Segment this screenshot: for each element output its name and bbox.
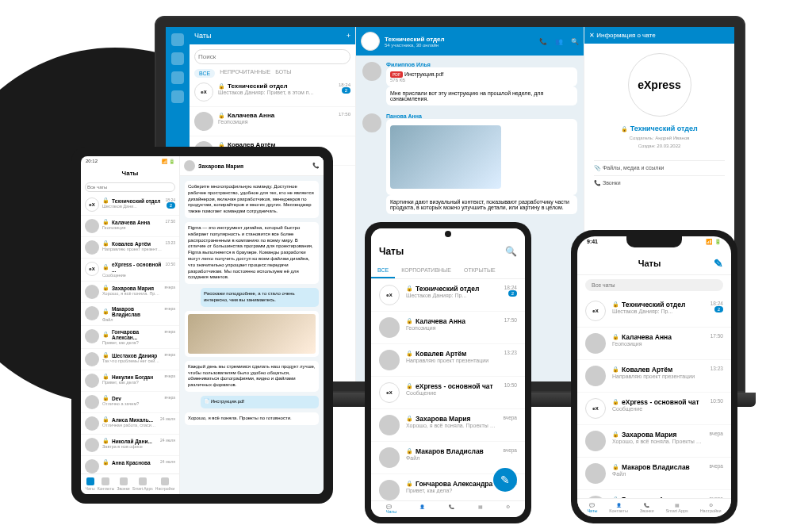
avatar: [379, 350, 400, 370]
nav-apps[interactable]: Smart Apps: [132, 477, 153, 491]
conv-avatar: [184, 160, 195, 171]
file-attachment[interactable]: PDF Инструкция.pdf 576 КБ: [386, 67, 577, 86]
chat-item[interactable]: eX 🔒eXpress - основной чатСообщение 10:5…: [371, 377, 525, 409]
avatar: [85, 395, 99, 409]
conv-name: Захарова Мария: [198, 163, 243, 169]
avatar: eX: [379, 382, 400, 403]
conversation-subtitle: 54 участника, 30 онлайн: [385, 43, 445, 48]
chat-item[interactable]: 🔒Ковалев АртёмНаправляю проект презентац…: [371, 344, 525, 377]
avatar: [85, 352, 99, 366]
chat-item[interactable]: eX 🔒Технический отделШестаков Данияр: Пр…: [190, 78, 355, 107]
rail-icon[interactable]: [171, 90, 184, 103]
file-attachment[interactable]: 📄 Инструкция.pdf: [201, 396, 319, 408]
nav-calls[interactable]: Звонки: [117, 477, 129, 491]
filter-tabs: ВСЕ НЕПРОЧИТАННЫЕ БОТЫ: [190, 69, 355, 78]
nav-calls[interactable]: 📞Звонки: [640, 503, 654, 513]
nav-settings[interactable]: ⚙: [506, 504, 510, 514]
call-icon[interactable]: 📞: [539, 38, 547, 45]
chat-item[interactable]: 🔒Николай Дани...Завтра в нов офисе 24 ию…: [81, 435, 179, 456]
nav-apps[interactable]: ▦Smart Apps: [665, 503, 688, 513]
avatar: [85, 219, 99, 233]
chat-item[interactable]: eX 🔒Технический отделШестаков Данияр: Пр…: [577, 295, 731, 328]
nav-settings[interactable]: ⚙Настройки: [700, 503, 722, 513]
status-icons: 📶 🔋: [162, 159, 174, 164]
chat-item[interactable]: 🔒Гончарова Алексан...Привет, как дела? в…: [81, 326, 179, 349]
search-input[interactable]: [194, 49, 350, 64]
search-icon[interactable]: 🔍: [571, 38, 579, 45]
nav-chats[interactable]: 💬Чаты: [587, 503, 597, 513]
nav-contacts[interactable]: Контакты: [98, 477, 115, 491]
search-input[interactable]: [85, 182, 175, 192]
chat-item[interactable]: eX 🔒Технический отделШестаков Дани... 18…: [81, 194, 179, 216]
nav-contacts[interactable]: 👤Контакты: [609, 503, 628, 513]
msg-sender: Панова Анна: [386, 113, 577, 119]
call-icon[interactable]: 📞: [312, 163, 320, 169]
avatar: [379, 480, 400, 500]
tab-bots[interactable]: БОТЫ: [275, 69, 291, 78]
chat-item[interactable]: 🔒DevОтлично а зачем? вчера: [81, 392, 179, 413]
rail-icon[interactable]: [171, 33, 184, 46]
lock-icon: 🔒: [621, 126, 628, 132]
message-image[interactable]: [185, 311, 319, 357]
tab-corp[interactable]: КОРПОРАТИВНЫЕ: [395, 263, 458, 278]
nav-contacts[interactable]: 👤: [419, 504, 425, 514]
add-icon[interactable]: +: [347, 32, 350, 40]
files-link[interactable]: 📎 Файлы, медиа и ссылки: [594, 160, 725, 175]
message-text: Картинки дают визуальный контекст, показ…: [386, 195, 577, 214]
rail-icon[interactable]: [171, 71, 184, 84]
chat-item[interactable]: 🔒Ковалев АртёмНаправляю проект презентац…: [81, 237, 179, 259]
message: Хорошо, я всё поняла. Проекты по готовно…: [185, 412, 319, 425]
avatar: [194, 112, 213, 131]
tab-all[interactable]: ВСЕ: [194, 69, 215, 78]
chat-item[interactable]: 🔒Алиса Михаль...Отличная работа, спасибо…: [81, 413, 179, 435]
avatar: eX: [194, 82, 213, 102]
chat-item[interactable]: 🔒Анна Краснова 24 июля: [81, 456, 179, 473]
nav-calls[interactable]: 📞: [449, 504, 454, 514]
avatar: [85, 240, 99, 255]
phone1-title: Чаты: [379, 246, 404, 257]
calls-link[interactable]: 📞 Звонки: [594, 175, 725, 190]
chat-item[interactable]: 🔒Захарова МарияХорошо, я всё поняла. Про…: [371, 409, 525, 442]
avatar: [585, 366, 606, 386]
nav-chats[interactable]: Чаты: [86, 477, 95, 491]
avatar: [85, 306, 99, 320]
nav-settings[interactable]: Настройки: [155, 477, 175, 491]
chat-item[interactable]: 🔒Ковалев АртёмНаправляю проект презентац…: [577, 360, 731, 393]
nav-apps[interactable]: ▦: [478, 504, 483, 514]
chat-item[interactable]: 🔒Калачева АннаГеопозиция 17:50: [577, 328, 731, 360]
chat-item[interactable]: eX 🔒eXpress - основной ...Сообщение 10:5…: [81, 259, 179, 282]
compose-icon[interactable]: ✎: [714, 257, 723, 270]
chat-item[interactable]: 🔒Калачева АннаГеопозиция 17:50: [81, 216, 179, 237]
status-icons: 📶 🔋: [706, 239, 722, 250]
tab-all[interactable]: ВСЕ: [371, 263, 395, 278]
chat-item[interactable]: 🔒Макаров ВладиславФайл вчера: [577, 458, 731, 490]
chat-item[interactable]: 🔒Калачева АннаГеопозиция 17:50: [371, 312, 525, 344]
chat-item[interactable]: eX 🔒Технический отделШестаков Данияр: Пр…: [371, 279, 525, 312]
search-icon[interactable]: 🔍: [505, 246, 517, 257]
tab-unread[interactable]: НЕПРОЧИТАННЫЕ: [220, 69, 270, 78]
nav-chats[interactable]: 💬Чаты: [386, 504, 396, 514]
members-icon[interactable]: 👥: [555, 38, 563, 45]
chat-item[interactable]: 🔒Калачева АннаГеопозиция 17:50: [190, 107, 355, 136]
chat-item[interactable]: 🔒Шестаков ДаниярТак что проблемы нет сей…: [81, 349, 179, 370]
msg-avatar: [362, 113, 381, 132]
chat-item[interactable]: eX 🔒eXpress - основной чатСообщение 10:5…: [577, 393, 731, 425]
status-time: 9:41: [587, 239, 598, 250]
rail-icon[interactable]: [171, 52, 184, 65]
chats-title: Чаты: [194, 32, 211, 40]
chat-item[interactable]: 🔒Захарова МарияХорошо, я всё поняла. Про…: [81, 282, 179, 303]
compose-fab[interactable]: ✎: [493, 468, 517, 492]
tab-open[interactable]: ОТКРЫТЫЕ: [458, 263, 502, 278]
avatar: eX: [85, 262, 99, 276]
chat-avatar: eX: [361, 32, 380, 51]
search-input[interactable]: [585, 279, 723, 291]
close-icon[interactable]: ✕: [589, 32, 595, 39]
avatar: [85, 438, 99, 452]
chat-item[interactable]: 🔒Захарова МарияХорошо, я всё поняла. Про…: [577, 425, 731, 458]
android-phone: Чаты🔍 ВСЕ КОРПОРАТИВНЫЕ ОТКРЫТЫЕ eX 🔒Тех…: [365, 222, 531, 523]
conversation-title: Технический отдел: [385, 36, 445, 43]
chat-item[interactable]: 🔒Макаров ВладиславФайл вчера: [81, 303, 179, 326]
chat-item[interactable]: 🔒Гончарова АлександраПривет, как дела? в…: [577, 490, 731, 498]
chat-item[interactable]: 🔒Никулин БогданПривет, как дела? вчера: [81, 370, 179, 392]
message-image[interactable]: [386, 119, 577, 195]
